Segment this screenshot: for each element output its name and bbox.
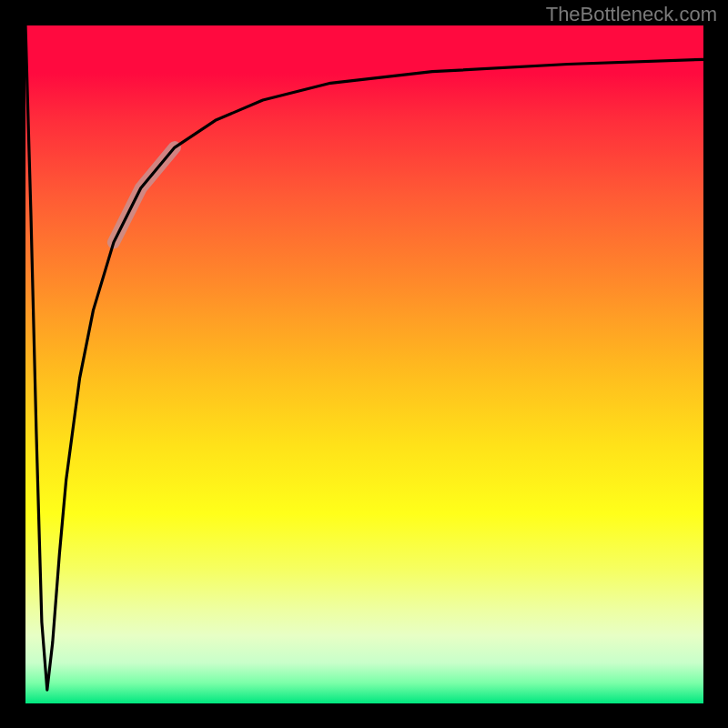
bottleneck-curve [25,25,703,690]
watermark-text: TheBottleneck.com [546,3,717,26]
curve-highlight [114,147,175,242]
curve-svg [25,25,703,703]
plot-area [25,25,703,703]
chart-frame: TheBottleneck.com [0,0,728,728]
